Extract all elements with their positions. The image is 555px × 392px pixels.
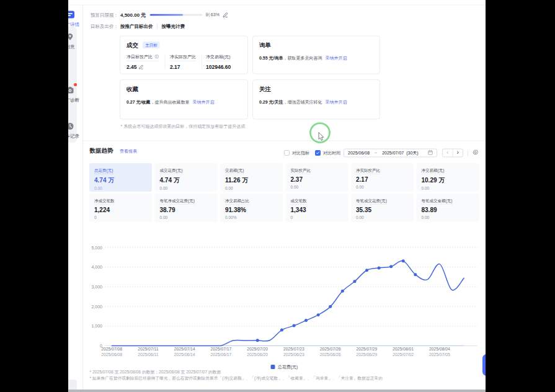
stat-net-actual-roi: 净实际投产比 2.17 (170, 54, 196, 71)
metric-compare-value: 0.00 (356, 185, 409, 190)
remain-label: 剩 (205, 12, 210, 17)
legend-label: 总花费(元) (278, 364, 298, 370)
budget-value: 4,500.00 元 (120, 12, 146, 19)
adopt-enable-link[interactable]: 采纳并开启 (326, 55, 347, 60)
goal-card-title: 收藏 (127, 86, 138, 94)
date-days-count: (30天) (406, 150, 418, 156)
next-period-button[interactable]: › (453, 149, 463, 157)
cursor-click-indicator (309, 122, 332, 145)
stat-label[interactable]: 净实际投产比 (170, 54, 196, 61)
data-point-marker (304, 319, 308, 322)
data-point-marker (292, 324, 295, 327)
metric-compare-value: 0.00 (422, 186, 474, 191)
metric-label: 净实际投产比 (356, 167, 380, 174)
x-axis-label-current: 2025/07/17 (211, 347, 232, 351)
metric-value: 38.79 (160, 207, 213, 214)
metric-compare-value: 0.00 (94, 186, 147, 191)
metric-card[interactable]: 净实际投产比2.170.00 (351, 163, 414, 192)
metric-card[interactable]: 净交易额(元)10.29 万0.00 (417, 163, 479, 192)
stat-label[interactable]: 净交易额(元) (206, 54, 231, 61)
check-icon (316, 151, 320, 154)
bottom-scroll-strip[interactable] (68, 390, 486, 392)
stat-label-text: 净目标投产比 (127, 54, 153, 59)
mouse-cursor-icon (319, 133, 324, 141)
tab-goal-bidding[interactable]: 按推广目标出价 (120, 23, 153, 29)
x-axis-label-compare: 2025/06/26 (320, 352, 341, 357)
metric-label: 净成交笔数 (94, 198, 115, 205)
x-axis-label-current: 2025/07/23 (283, 347, 304, 351)
metric-value: 91.38% (225, 207, 278, 214)
metric-value: 35.35 (356, 207, 409, 214)
edit-roi-button[interactable] (139, 65, 144, 69)
adopt-enable-link[interactable]: 采纳并开启 (326, 100, 347, 105)
metric-card[interactable]: 净交易额占比91.38%0.00% (220, 194, 283, 222)
compare-metric-checkbox[interactable] (284, 150, 290, 156)
x-axis-label-compare: 2025/06/17 (211, 352, 232, 357)
adopt-enable-link[interactable]: 采纳并开启 (193, 100, 215, 105)
metric-label: 每笔成交金额(元) (422, 198, 453, 205)
suggestion-text: 0.29 元/关注，增强店铺关注转化采纳并开启 (259, 100, 373, 105)
goal-card-favorite: 收藏 0.27 元/收藏，提升商品收藏数量采纳并开启 (120, 79, 248, 120)
stat-value: 2.45 (127, 64, 137, 70)
goal-card-follow: 关注 0.29 元/关注，增强店铺关注转化采纳并开启 (252, 79, 380, 120)
notification-dot (74, 83, 77, 86)
metric-card[interactable]: 每笔净成交花费(元)38.790.00 (155, 194, 218, 222)
data-point-marker (341, 290, 344, 293)
x-axis-label-current: 2025/07/26 (320, 347, 341, 351)
calendar-icon (428, 150, 433, 156)
goal-card-title: 成交 (127, 41, 138, 49)
y-axis-label: 5,000 (91, 246, 102, 250)
suggestion-desc: ，增强店铺关注转化 (283, 100, 322, 105)
metric-compare-value: 0.00 (356, 215, 409, 220)
y-axis-label: 4,000 (91, 265, 102, 269)
compare-time-checkbox[interactable] (315, 150, 321, 156)
metric-label: 成交花费(元) (160, 167, 183, 174)
stat-label-text: 净实际投产比 (170, 54, 196, 59)
metric-value: 2.37 (291, 176, 344, 184)
metric-value: 1,224 (94, 207, 147, 214)
metric-card[interactable]: 实际投产比2.370.00 (286, 163, 349, 192)
metric-card[interactable]: 净成交笔数1,2240 (89, 194, 152, 222)
tab-exposure-billing[interactable]: 按曝光计费 (162, 23, 185, 29)
view-report-link[interactable]: 查看报表 (120, 148, 137, 154)
metric-card[interactable]: 交易额(元)11.26 万0.00 (220, 163, 283, 192)
right-black-bar (486, 0, 555, 392)
suggestion-text: 0.27 元/收藏，提升商品收藏数量采纳并开启 (127, 100, 241, 105)
date-range-input[interactable]: 2025/06/08 ~ 2025/07/07 (30天) (344, 149, 437, 158)
trends-controls: 对比指标 对比时间 2025/06/08 ~ 2025/07/07 (30天) … (284, 148, 479, 158)
metric-card[interactable]: 成交笔数1,3430 (286, 194, 349, 222)
goal-pricing-label: 目标及出价： (91, 23, 118, 29)
data-point-marker (378, 266, 381, 269)
metric-label: 净交易额占比 (225, 198, 249, 205)
metric-label: 每笔净成交花费(元) (160, 198, 195, 205)
date-separator: ~ (375, 151, 377, 156)
x-axis-label-current: 2025/07/14 (174, 347, 195, 351)
goal-pricing-row: 目标及出价： 按推广目标出价 按曝光计费 (91, 23, 185, 29)
x-axis-label-current: 2025/08/04 (429, 347, 450, 351)
budget-label: 预算日限额： (91, 12, 118, 18)
edit-budget-button[interactable] (223, 12, 228, 18)
suggestion-price: 0.29 元/关注 (259, 100, 283, 105)
x-axis-label-compare: 2025/06/11 (138, 352, 159, 357)
metric-compare-value: 0.00% (225, 215, 278, 220)
left-black-bar (0, 0, 68, 392)
goal-card-title: 关注 (259, 86, 271, 94)
goal-footnote: * 系统会尽可能达成你设置的目标，保持稳定投放有助于提升达成 (121, 124, 246, 130)
metric-card[interactable]: 每笔成交花费(元)35.350.00 (351, 194, 414, 222)
trends-section-title: 数据趋势 (90, 147, 113, 155)
stat-label[interactable]: 净目标投产比 (127, 54, 159, 61)
x-axis-label-compare: 2025/06/14 (174, 352, 195, 357)
spend-trend-line (112, 261, 464, 346)
top-border-line (68, 5, 486, 6)
metric-compare-value: 0.00 (422, 215, 474, 220)
metric-card[interactable]: 每笔成交金额(元)83.890.00 (417, 194, 479, 222)
budget-remaining: 剩63% (205, 12, 220, 18)
data-point-marker (365, 269, 368, 272)
gear-icon[interactable] (473, 149, 479, 157)
metric-card[interactable]: 成交花费(元)4.74 万0.00 (155, 163, 218, 192)
prev-period-button[interactable]: ‹ (443, 149, 453, 157)
metric-card[interactable]: 总花费(元)4.74 万0.00 (89, 163, 152, 192)
info-icon (154, 55, 159, 59)
stat-label-text: 净交易额(元) (206, 54, 231, 59)
x-axis-label-compare: 2025/06/29 (357, 352, 378, 357)
